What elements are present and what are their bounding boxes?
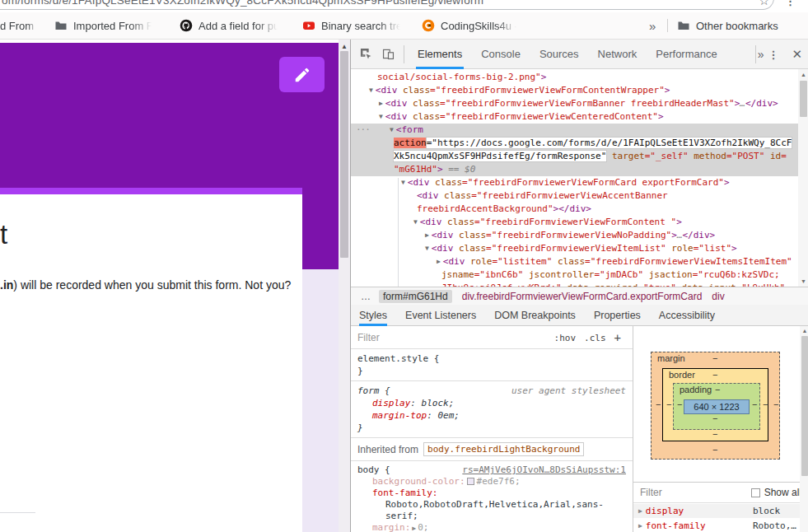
form-card: t .in) will be recorded when you submit … — [0, 188, 302, 532]
syntax-token: jscontroller — [523, 269, 594, 280]
scroll-down-arrow-icon[interactable]: ▼ — [798, 278, 808, 284]
dom-tree-line[interactable]: ▶<div class="freebirdFormviewerViewNoPad… — [351, 229, 798, 242]
new-style-rule-button[interactable]: + — [614, 331, 621, 344]
computed-property-row[interactable]: ▶ display block — [633, 504, 800, 518]
expand-arrow-icon[interactable]: ▶ — [638, 522, 642, 530]
sidebar-tab-dom-breakpoints[interactable]: DOM Breakpoints — [494, 305, 576, 326]
scroll-up-arrow-icon[interactable]: ▲ — [798, 72, 808, 77]
other-bookmarks-label: Other bookmarks — [696, 20, 778, 32]
omnibox-bar[interactable]: om/forms/d/e/1FAIpQLSeEtE1V3XZofh2IkWQy_… — [0, 0, 808, 12]
folder-icon — [677, 19, 690, 32]
tree-expand-arrow-icon[interactable]: ▼ — [425, 245, 429, 252]
stylesheet-link[interactable]: rs=AMjVe6jOIvoN…8DsSiAupsstw:1 — [462, 464, 626, 476]
body-style-rule[interactable]: body { rs=AMjVe6jOIvoN…8DsSiAupsstw:1 ba… — [351, 461, 633, 532]
syntax-token: > — [676, 217, 682, 227]
syntax-token: <div — [420, 217, 442, 227]
syntax-token: jsname — [441, 269, 474, 280]
breadcrumb: …form#mG61Hddiv.freebirdFormviewerViewFo… — [351, 287, 808, 305]
dom-tree-line[interactable]: <div class="freebirdFormviewerViewAccent… — [351, 189, 798, 203]
breadcrumb-item[interactable]: div.freebirdFormviewerViewFormCard.expor… — [462, 291, 703, 302]
expand-arrow-icon[interactable]: ▶ — [412, 525, 416, 532]
other-bookmarks-folder[interactable]: Other bookmarks — [677, 12, 778, 39]
tree-expand-arrow-icon[interactable]: ▼ — [369, 86, 373, 94]
breadcrumb-item[interactable]: form#mG61Hd — [379, 290, 452, 303]
user-agent-form-rule[interactable]: form { user agent stylesheet display: bl… — [351, 381, 633, 438]
elements-scrollbar[interactable]: ▲ ▼ — [798, 69, 808, 287]
breadcrumb-item[interactable]: … — [361, 291, 371, 302]
toggle-class-button[interactable]: .cls — [584, 333, 606, 343]
tab-elements[interactable]: Elements — [416, 40, 464, 69]
tree-expand-arrow-icon[interactable]: ▶ — [437, 258, 441, 265]
bookmark-item[interactable]: CodingSkills4u - — [422, 12, 518, 39]
box-model-content[interactable]: 640 × 1223 — [684, 399, 750, 414]
inspect-element-icon[interactable] — [359, 47, 373, 61]
breadcrumb-item[interactable]: div — [712, 291, 724, 302]
page-scrollbar[interactable]: ▲ — [339, 40, 350, 532]
bookmark-item[interactable]: Add a field for pu — [180, 12, 279, 39]
bookmarks-overflow-chevron[interactable]: » — [649, 12, 656, 39]
dom-tree-line[interactable]: ▼<div class="freebirdFormviewerViewCente… — [351, 110, 798, 124]
tree-expand-arrow-icon[interactable]: ▼ — [390, 126, 394, 133]
sidebar-tab-properties[interactable]: Properties — [594, 305, 641, 326]
edit-form-button[interactable] — [279, 57, 325, 92]
device-toolbar-icon[interactable] — [381, 47, 395, 61]
inherited-selector-chip[interactable]: body.freebirdLightBackground — [423, 442, 584, 456]
computed-filter-input[interactable] — [640, 487, 714, 498]
elements-scrollbar-thumb[interactable] — [800, 81, 807, 117]
color-swatch[interactable] — [467, 478, 474, 485]
tab-console[interactable]: Console — [479, 40, 522, 69]
syntax-token: Xk5ncu4QpmXsSF9HPdsifefEg/formResponse" — [394, 151, 606, 161]
tree-expand-arrow-icon[interactable]: ▼ — [401, 179, 405, 186]
sidebar-tab-event-listeners[interactable]: Event Listeners — [405, 305, 476, 326]
element-style-rule[interactable]: element.style { } — [351, 349, 633, 381]
dom-tree-line[interactable]: ▼<div class="freebirdFormviewerViewItemL… — [351, 242, 798, 255]
page-scrollbar-thumb[interactable] — [340, 51, 348, 258]
styles-filter-input[interactable] — [357, 332, 506, 343]
bookmark-star-icon[interactable]: ☆ — [759, 0, 769, 8]
tab-sources[interactable]: Sources — [538, 40, 581, 69]
tree-expand-arrow-icon[interactable]: ▼ — [413, 218, 418, 226]
dom-tree-line[interactable]: freebirdAccentBackground"></div> — [351, 203, 798, 216]
tab-performance[interactable]: Performance — [654, 40, 718, 69]
scroll-up-arrow-icon[interactable]: ▲ — [800, 328, 808, 334]
expand-arrow-icon[interactable]: ▶ — [638, 507, 642, 515]
bookmarks-divider — [667, 19, 668, 32]
dom-tree-line[interactable]: social/social-forms-big-2.png"> — [351, 71, 798, 84]
dom-tree-line[interactable]: jsname="ibnC6b" jscontroller="jmDACb" js… — [351, 268, 798, 282]
tree-expand-arrow-icon[interactable]: ▶ — [379, 100, 383, 107]
computed-scrollbar[interactable]: ▲ — [800, 326, 808, 532]
dom-tree-line[interactable]: ···▼<form — [351, 124, 798, 137]
tree-expand-arrow-icon[interactable]: ▶ — [425, 231, 429, 239]
not-you-link[interactable]: Not you? — [245, 278, 291, 292]
dom-tree-line[interactable]: ▼<div class="freebirdFormviewerViewFormC… — [351, 216, 798, 229]
toggle-hover-state-button[interactable]: :hov — [554, 333, 577, 343]
devtools-close-icon[interactable]: ✕ — [792, 47, 802, 62]
syntax-token: > — [437, 164, 443, 175]
dom-tree-line[interactable]: ▼<div class="freebirdFormviewerViewFormC… — [351, 176, 798, 189]
bookmark-label: Binary search tre — [321, 20, 402, 32]
syntax-token: </div> — [683, 230, 716, 240]
syntax-token: > — [671, 230, 677, 240]
dom-tree-line[interactable]: ▶<div class="freebirdFormviewerViewFormB… — [351, 97, 798, 110]
dom-tree-line[interactable]: ▼<div class="freebirdFormviewerViewFormC… — [351, 84, 798, 97]
line-gutter-dots: ··· — [356, 124, 370, 137]
sidebar-tab-accessibility[interactable]: Accessibility — [659, 305, 715, 326]
dom-tree-line[interactable]: "mG61Hd"> == $0 — [351, 163, 798, 176]
dom-tree-line[interactable]: action="https://docs.google.com/forms/d/… — [351, 137, 798, 150]
tab-network[interactable]: Network — [596, 40, 639, 69]
dom-tree-line[interactable]: ▶<div role="listitem" class="freebirdFor… — [351, 255, 798, 268]
omnibox-border — [0, 0, 774, 10]
computed-scrollbar-thumb[interactable] — [801, 336, 808, 476]
bookmark-item[interactable]: Binary search tre — [302, 12, 402, 39]
dom-tree-line[interactable]: Xk5ncu4QpmXsSF9HPdsifefEg/formResponse" … — [351, 150, 798, 163]
devtools-menu-icon[interactable]: ⋮ — [768, 49, 778, 61]
computed-property-row[interactable]: ▶ font-family Roboto,… — [633, 519, 800, 532]
bookmark-item[interactable]: Imported From F — [54, 12, 153, 39]
show-all-checkbox[interactable] — [751, 488, 760, 497]
sidebar-tab-styles[interactable]: Styles — [359, 305, 387, 326]
browser-menu-icon[interactable]: ⋮ — [785, 0, 796, 7]
tree-expand-arrow-icon[interactable]: ▼ — [379, 113, 383, 120]
bookmark-item[interactable]: d From F — [0, 12, 38, 39]
scroll-up-arrow-icon[interactable]: ▲ — [339, 43, 350, 50]
syntax-token: class — [453, 230, 486, 240]
